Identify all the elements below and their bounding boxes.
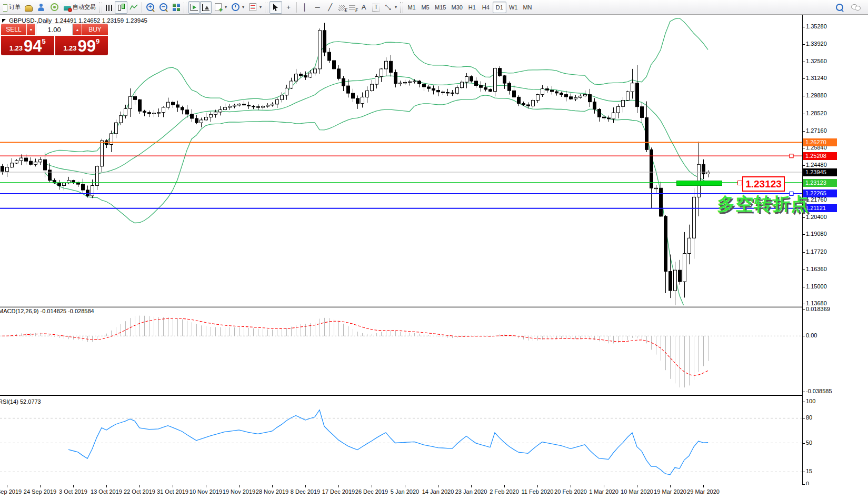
- trendline-button[interactable]: ╱: [324, 1, 336, 14]
- sell-button[interactable]: SELL: [1, 24, 26, 35]
- cursor-button[interactable]: [270, 1, 282, 14]
- tile-windows-button[interactable]: [170, 1, 183, 14]
- price-tick-label: 1.16360: [806, 266, 827, 272]
- price-tick-label: 1.24480: [806, 162, 827, 168]
- date-label: 5 Sep 2019: [0, 488, 22, 495]
- oct-collapse-icon[interactable]: [2, 19, 6, 23]
- date-tick: [106, 485, 107, 487]
- candlestick-chart-button[interactable]: [115, 1, 127, 14]
- rsi-axis-label: 15: [806, 468, 812, 474]
- macd-tick-dash: [803, 310, 805, 310]
- bar-chart-button[interactable]: [104, 1, 115, 14]
- crosshair-button[interactable]: +: [282, 1, 295, 14]
- new-order-button[interactable]: 订单: [1, 1, 23, 14]
- timeframe-m5[interactable]: M5: [418, 2, 432, 13]
- timeframe-m15[interactable]: M15: [432, 2, 448, 13]
- tile-windows-icon: [173, 4, 180, 11]
- timeframe-h1[interactable]: H1: [465, 2, 479, 13]
- date-label: 14 Jan 2020: [422, 488, 454, 495]
- community-button[interactable]: [35, 1, 47, 14]
- date-label: 11 Feb 2020: [522, 488, 554, 495]
- timeframe-mn[interactable]: MN: [520, 2, 534, 13]
- date-label: 5 Jan 2020: [391, 488, 419, 495]
- turning-point-annotation[interactable]: 多空转折点: [717, 194, 809, 214]
- price-tick-label: 1.27160: [806, 127, 827, 134]
- horizontal-line-button[interactable]: ─: [311, 1, 324, 14]
- volume-decrease-button[interactable]: ▼: [27, 24, 35, 35]
- price-tick-label: 1.15000: [806, 283, 827, 290]
- autotrading-label: 自动交易: [73, 3, 96, 11]
- date-tick: [670, 485, 671, 487]
- vertical-line-button[interactable]: │: [298, 1, 311, 14]
- chart-area: GBPUSD-,Daily 1.24491 1.24652 1.23159 1.…: [0, 15, 868, 499]
- date-tick: [173, 485, 173, 487]
- price-tick-label: 1.35280: [806, 23, 827, 29]
- channel-button[interactable]: E: [336, 1, 347, 14]
- zoom-out-button[interactable]: −: [157, 1, 170, 14]
- level-box-anchor-handle[interactable]: [737, 181, 742, 185]
- price-tick-dash: [803, 148, 805, 148]
- date-tick: [7, 485, 7, 487]
- price-tick-dash: [803, 217, 805, 218]
- fibonacci-button[interactable]: F: [347, 1, 357, 14]
- market-watch-button[interactable]: [23, 1, 35, 14]
- volume-input[interactable]: [36, 24, 73, 35]
- date-tick: [206, 485, 206, 487]
- price-tick-label: 1.29880: [806, 92, 827, 98]
- candlestick-icon: [117, 3, 125, 11]
- line-chart-button[interactable]: [127, 1, 140, 14]
- date-label: 26 Dec 2019: [355, 488, 388, 495]
- rsi-axis-label: 50: [806, 440, 812, 446]
- periods-button[interactable]: ▾: [229, 1, 246, 14]
- search-button[interactable]: [833, 1, 846, 14]
- template-icon: [250, 3, 256, 11]
- chart-title: GBPUSD-,Daily 1.24491 1.24652 1.23159 1.…: [2, 17, 147, 24]
- date-label: 29 Mar 2020: [687, 488, 720, 495]
- chat-button[interactable]: [849, 1, 863, 14]
- price-axis: 1.352801.339201.325601.312401.298801.285…: [802, 15, 868, 485]
- timeframe-w1[interactable]: W1: [506, 2, 521, 13]
- buy-button[interactable]: BUY: [82, 24, 108, 35]
- rsi-panel[interactable]: [0, 395, 802, 486]
- text-label-button[interactable]: T: [370, 1, 382, 14]
- date-label: 10 Mar 2020: [621, 488, 653, 495]
- chart-shift-icon: [202, 4, 209, 11]
- buy-price-big: 99: [78, 38, 96, 54]
- autotrading-button[interactable]: 自动交易: [62, 1, 98, 14]
- price-tick-dash: [803, 62, 805, 62]
- price-tick-label: 1.20400: [806, 214, 827, 220]
- search-icon: [836, 4, 843, 11]
- clock-icon: [232, 3, 240, 11]
- auto-scroll-button[interactable]: [188, 1, 200, 14]
- date-tick: [338, 485, 339, 487]
- volume-increase-button[interactable]: ▲: [73, 24, 82, 35]
- signals-button[interactable]: [47, 1, 62, 14]
- date-label: 22 Oct 2019: [124, 488, 155, 495]
- timeframe-m1[interactable]: M1: [405, 2, 418, 13]
- arrows-button[interactable]: ↖↘ ▾: [382, 1, 399, 14]
- level-price-box[interactable]: 1.23123: [742, 176, 785, 192]
- green-highlight-segment[interactable]: [676, 181, 722, 186]
- timeframe-d1[interactable]: D1: [493, 2, 506, 13]
- new-chart-button[interactable]: +▾: [212, 1, 229, 14]
- templates-button[interactable]: ▾: [246, 1, 264, 14]
- text-button[interactable]: A: [357, 1, 370, 14]
- date-tick: [405, 485, 405, 487]
- buy-price-button[interactable]: 1.23 99 9: [55, 36, 108, 55]
- main-price-panel[interactable]: [0, 15, 802, 306]
- sell-price-button[interactable]: 1.23 94 5: [1, 36, 54, 55]
- toolbar-separator: [142, 2, 142, 13]
- price-tick-label: 1.19080: [806, 231, 827, 237]
- candlestick-chart[interactable]: [0, 15, 802, 305]
- zoom-in-button[interactable]: +: [144, 1, 157, 14]
- toolbar-grip: [265, 2, 267, 13]
- chart-shift-button[interactable]: [200, 1, 212, 14]
- timeframe-m30[interactable]: M30: [448, 2, 465, 13]
- macd-chart[interactable]: [0, 307, 802, 394]
- date-tick: [703, 485, 704, 487]
- price-tick-label: 1.28520: [806, 110, 827, 116]
- zoom-out-icon: −: [159, 3, 167, 11]
- macd-panel[interactable]: [0, 307, 802, 395]
- timeframe-h4[interactable]: H4: [479, 2, 493, 13]
- rsi-chart[interactable]: [0, 396, 802, 484]
